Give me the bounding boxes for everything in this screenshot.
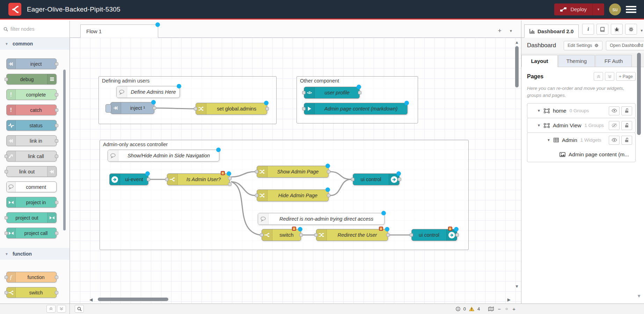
palette-node-complete[interactable]: ! complete: [6, 89, 57, 100]
node-comment-show-hide-admin[interactable]: Show/Hide Admin in Side Navigation: [108, 150, 219, 162]
input-port[interactable]: [302, 91, 306, 94]
output-port[interactable]: [55, 231, 58, 235]
input-port[interactable]: [255, 170, 258, 173]
tab-dashboard-2[interactable]: Dashboard 2.0: [524, 24, 579, 38]
node-redirect-the-user[interactable]: Redirect the User !: [316, 229, 388, 241]
palette-node-switch[interactable]: switch: [6, 287, 57, 298]
palette-node-inject[interactable]: inject: [6, 58, 57, 69]
expand-categories-button[interactable]: [57, 305, 66, 313]
tab-flow-1[interactable]: Flow 1: [80, 24, 158, 38]
palette-scrollbar[interactable]: [63, 70, 66, 230]
flow-canvas[interactable]: Defining admin users Other component Adm…: [70, 38, 521, 304]
chevron-down-icon[interactable]: ▼: [537, 123, 541, 127]
output-port[interactable]: [398, 178, 401, 181]
palette-node-project-call[interactable]: project call: [6, 228, 57, 238]
palette-node-link-call[interactable]: link call: [6, 151, 57, 162]
output-port[interactable]: [153, 106, 156, 110]
hscroll-thumb[interactable]: [98, 298, 168, 301]
group-defining-admin-users[interactable]: Defining admin users: [98, 76, 277, 124]
node-switch[interactable]: switch !: [262, 229, 301, 241]
node-admin-page-content[interactable]: Admin page content (markdown): [304, 103, 408, 115]
chevron-down-icon[interactable]: ▼: [537, 109, 541, 113]
input-port[interactable]: [5, 231, 8, 235]
visibility-toggle-button[interactable]: [609, 136, 620, 145]
flow-list-caret[interactable]: ▼: [509, 29, 513, 33]
palette-node-link-in[interactable]: link in: [6, 135, 57, 146]
output-port[interactable]: [147, 178, 150, 181]
tree-row-admin-group[interactable]: ▼ Admin 1 Widgets: [527, 133, 635, 147]
node-is-admin-user[interactable]: Is Admin User? !: [167, 173, 230, 185]
input-port[interactable]: [410, 233, 413, 237]
node-set-global-admins[interactable]: set global.admins: [196, 103, 267, 115]
canvas-vscrollbar[interactable]: ▲ ▼: [515, 38, 519, 304]
vscroll-thumb[interactable]: [515, 46, 519, 87]
config-gear-button[interactable]: [625, 24, 637, 35]
move-up-button[interactable]: [594, 72, 603, 81]
scroll-left-arrow[interactable]: ◀: [89, 297, 93, 302]
output-port[interactable]: [55, 124, 58, 127]
lock-toggle-button[interactable]: [621, 121, 632, 130]
scroll-down-arrow[interactable]: ▼: [515, 284, 519, 289]
chevron-down-icon[interactable]: ▼: [547, 138, 550, 142]
palette-category-function[interactable]: ▼ function: [0, 248, 69, 260]
error-count[interactable]: 0: [463, 306, 466, 312]
node-inject[interactable]: inject ¹: [110, 102, 154, 114]
deploy-button[interactable]: Deploy: [554, 3, 592, 15]
tab-layout[interactable]: Layout: [521, 55, 558, 67]
scroll-up-arrow[interactable]: ▲: [515, 40, 519, 45]
output-port[interactable]: [55, 276, 58, 279]
palette-node-link-out[interactable]: link out: [6, 166, 57, 177]
inject-trigger-button[interactable]: [105, 104, 111, 113]
zoom-reset-button[interactable]: ○: [505, 306, 508, 311]
tab-theming[interactable]: Theming: [558, 55, 595, 67]
zoom-in-button[interactable]: +: [512, 306, 516, 312]
search-flows-button[interactable]: [75, 305, 84, 313]
canvas-hscrollbar[interactable]: ◀ ▶: [70, 297, 521, 301]
output-port[interactable]: [55, 108, 58, 112]
warning-count[interactable]: 4: [477, 306, 480, 312]
palette-node-project-in[interactable]: project in: [6, 197, 57, 208]
lock-toggle-button[interactable]: [621, 106, 632, 115]
node-ui-control-2[interactable]: ui control !: [411, 229, 457, 241]
move-down-button[interactable]: [605, 72, 614, 81]
tree-row-home[interactable]: ▼ home 0 Groups: [527, 104, 635, 118]
output-port[interactable]: [358, 91, 361, 94]
input-port[interactable]: [351, 178, 354, 181]
node-ui-event[interactable]: ui-event: [109, 173, 148, 185]
palette-node-catch[interactable]: ! catch: [6, 105, 57, 115]
sidebar-scroll-up-arrow[interactable]: ▲: [637, 41, 641, 46]
input-port[interactable]: [5, 170, 8, 173]
output-port[interactable]: [55, 93, 58, 97]
lock-toggle-button[interactable]: [621, 136, 632, 145]
input-port[interactable]: [260, 233, 263, 237]
output-port[interactable]: [327, 194, 330, 197]
input-port[interactable]: [5, 291, 8, 294]
output-port-2[interactable]: [228, 183, 232, 186]
user-avatar[interactable]: su: [609, 3, 621, 15]
output-port[interactable]: [455, 233, 459, 237]
output-port[interactable]: [55, 155, 58, 158]
visibility-toggle-button[interactable]: [609, 121, 620, 130]
node-comment-define-admins[interactable]: Define Admins Here: [116, 86, 180, 98]
zoom-out-button[interactable]: −: [497, 306, 502, 312]
scroll-right-arrow[interactable]: ▶: [507, 297, 511, 302]
input-port[interactable]: [302, 107, 306, 110]
output-port[interactable]: [55, 201, 58, 204]
visibility-toggle-button[interactable]: [609, 106, 620, 115]
output-port[interactable]: [265, 107, 269, 110]
palette-node-comment[interactable]: comment: [6, 181, 57, 192]
palette-node-project-out[interactable]: project out: [6, 212, 57, 223]
debug-bug-button[interactable]: [611, 24, 623, 35]
add-page-button[interactable]: + Page: [616, 72, 636, 81]
output-port-1[interactable]: [228, 177, 232, 180]
add-flow-button[interactable]: +: [498, 27, 502, 35]
node-show-admin-page[interactable]: Show Admin Page: [257, 166, 329, 178]
palette-node-function[interactable]: ƒ function: [6, 272, 57, 283]
tree-row-admin-page-content-widget[interactable]: Admin page content (m...: [527, 147, 635, 162]
edit-settings-button[interactable]: Edit Settings: [564, 41, 602, 50]
sidebar-scroll-down-arrow[interactable]: ▼: [637, 293, 641, 299]
palette-node-status[interactable]: status: [6, 120, 57, 131]
input-port[interactable]: [5, 78, 8, 81]
output-port[interactable]: [55, 62, 58, 66]
input-port[interactable]: [5, 155, 8, 158]
